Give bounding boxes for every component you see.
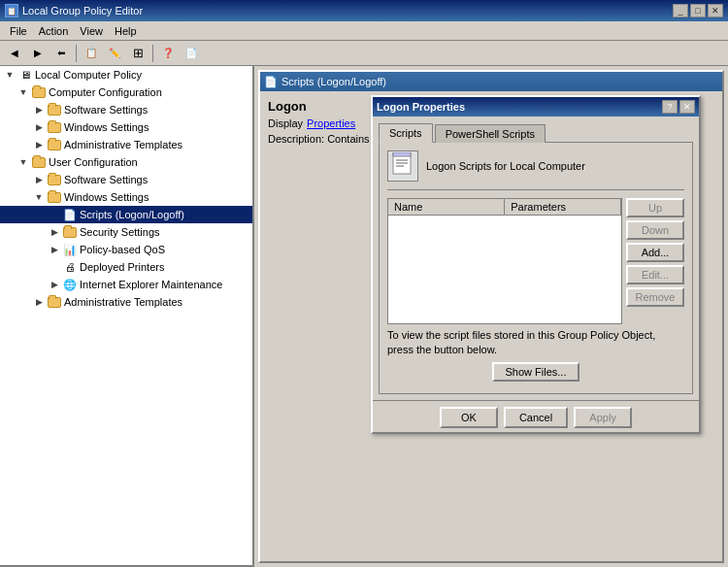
root-expander[interactable]: ▼: [2, 67, 17, 83]
tree-admin-templates-1[interactable]: ▶ Administrative Templates: [0, 136, 252, 153]
ok-button[interactable]: OK: [440, 407, 498, 428]
script-table: Name Parameters: [388, 199, 621, 216]
cancel-button[interactable]: Cancel: [504, 407, 568, 428]
logon-scripts-icon: [387, 150, 418, 182]
tab-content: Logon Scripts for Local Computer Name: [379, 142, 693, 394]
forward-button[interactable]: ▶: [27, 44, 49, 63]
tree-software-settings-1[interactable]: ▶ Software Settings: [0, 101, 252, 118]
qos-expander[interactable]: ▶: [47, 242, 62, 257]
dialog-footer: OK Cancel Apply: [373, 400, 699, 432]
printers-icon: 🖨: [62, 259, 78, 275]
tree-scripts-logon[interactable]: 📄 Scripts (Logon/Logoff): [0, 206, 252, 223]
tree-printers-label: Deployed Printers: [80, 261, 164, 273]
close-button[interactable]: ✕: [708, 4, 723, 17]
tree-software-settings-2[interactable]: ▶ Software Settings: [0, 171, 252, 188]
tree-windows-settings-1[interactable]: ▶ Windows Settings: [0, 118, 252, 136]
folder-icon-at2: [47, 294, 62, 310]
new-button[interactable]: ⊞: [127, 44, 149, 63]
tree-policy-qos[interactable]: ▶ 📊 Policy-based QoS: [0, 241, 252, 258]
dialog-tabs: Scripts PowerShell Scripts: [379, 122, 693, 142]
tab-scripts[interactable]: Scripts: [379, 123, 433, 143]
display-label: Display: [268, 117, 303, 129]
tree-root[interactable]: ▼ 🖥 Local Computer Policy: [0, 66, 252, 83]
folder-icon-ws1: [47, 119, 62, 135]
ws2-expander[interactable]: ▼: [31, 189, 47, 205]
tree-ie-label: Internet Explorer Maintenance: [80, 279, 222, 290]
tab-header: Logon Scripts for Local Computer: [387, 150, 684, 190]
at2-expander[interactable]: ▶: [31, 294, 47, 310]
dialog-title: Logon Properties: [377, 101, 465, 113]
tree-security-settings[interactable]: ▶ Security Settings: [0, 223, 252, 241]
tree-windows-settings-2-label: Windows Settings: [64, 191, 149, 203]
apply-button[interactable]: Apply: [574, 407, 632, 428]
folder-icon-ss1: [47, 102, 62, 117]
tree-windows-settings-2[interactable]: ▼ Windows Settings: [0, 188, 252, 206]
security-icon: [62, 224, 78, 240]
logon-scripts-label: Logon Scripts for Local Computer: [426, 160, 585, 172]
add-button[interactable]: Add...: [626, 243, 684, 262]
ss2-expander[interactable]: ▶: [31, 172, 47, 187]
back-button[interactable]: ◀: [4, 44, 25, 63]
script-table-wrapper: Name Parameters Up: [387, 198, 684, 324]
logon-properties-dialog: Logon Properties ? ✕ Scripts PowerShell …: [371, 95, 701, 434]
script-icon: 📄: [62, 207, 78, 222]
menu-file[interactable]: File: [4, 23, 33, 39]
main-content: ▼ 🖥 Local Computer Policy ▼ Computer Con…: [0, 66, 728, 567]
tree-panel[interactable]: ▼ 🖥 Local Computer Policy ▼ Computer Con…: [0, 66, 254, 567]
tree-windows-settings-1-label: Windows Settings: [64, 121, 149, 133]
ie-expander[interactable]: ▶: [47, 277, 62, 292]
folder-icon-ws2: [47, 189, 62, 205]
tree-root-label: Local Computer Policy: [35, 69, 142, 81]
menu-action[interactable]: Action: [33, 23, 75, 39]
tree-admin-templates-2[interactable]: ▶ Administrative Templates: [0, 293, 252, 311]
col-parameters: Parameters: [505, 199, 621, 216]
computer-icon: 🖥: [17, 67, 33, 83]
properties-button[interactable]: ✏️: [104, 44, 125, 63]
dialog-close-button[interactable]: ✕: [679, 100, 695, 114]
up-button[interactable]: Up: [626, 198, 684, 217]
down-button[interactable]: Down: [626, 220, 684, 240]
maximize-button[interactable]: □: [690, 4, 706, 17]
svg-rect-1: [393, 152, 411, 156]
ss1-expander[interactable]: ▶: [31, 102, 47, 117]
minimize-button[interactable]: _: [673, 4, 688, 17]
ws1-expander[interactable]: ▶: [31, 119, 47, 135]
dialog-title-buttons: ? ✕: [662, 100, 695, 114]
tree-user-config[interactable]: ▼ User Configuration: [0, 153, 252, 171]
tree-admin-templates-2-label: Administrative Templates: [64, 296, 182, 308]
title-bar: 📋 Local Group Policy Editor _ □ ✕: [0, 0, 728, 21]
dialog-description: To view the script files stored in this …: [387, 328, 684, 358]
tree-computer-config[interactable]: ▼ Computer Configuration: [0, 83, 252, 101]
tree-ie-maintenance[interactable]: ▶ 🌐 Internet Explorer Maintenance: [0, 276, 252, 293]
menu-help[interactable]: Help: [109, 23, 143, 39]
help-button[interactable]: ❓: [157, 44, 179, 63]
tree-user-config-label: User Configuration: [49, 156, 138, 168]
dialog-content: Scripts PowerShell Scripts: [373, 117, 699, 400]
scripts-window-title: Scripts (Logon/Logoff): [281, 76, 386, 87]
toolbar-separator-1: [76, 45, 77, 62]
export-button[interactable]: 📄: [181, 44, 202, 63]
properties-link[interactable]: Properties: [307, 117, 355, 129]
folder-icon-ss2: [47, 172, 62, 187]
at1-expander[interactable]: ▶: [31, 137, 47, 152]
user-config-expander[interactable]: ▼: [16, 154, 31, 170]
dialog-help-button[interactable]: ?: [662, 100, 678, 114]
folder-icon-user: [31, 154, 47, 170]
window-controls: _ □ ✕: [673, 4, 723, 17]
remove-button[interactable]: Remove: [626, 287, 684, 307]
show-hide-button[interactable]: 📋: [81, 44, 102, 63]
up-button[interactable]: ⬆: [51, 43, 71, 64]
tab-powershell[interactable]: PowerShell Scripts: [435, 124, 546, 143]
window-title: Local Group Policy Editor: [22, 5, 143, 17]
show-files-button[interactable]: Show Files...: [492, 362, 580, 382]
menu-view[interactable]: View: [74, 23, 109, 39]
menu-bar: File Action View Help: [0, 21, 728, 41]
computer-config-expander[interactable]: ▼: [16, 84, 31, 100]
tree-qos-label: Policy-based QoS: [80, 244, 165, 255]
edit-button[interactable]: Edit...: [626, 265, 684, 284]
table-buttons: Up Down Add... Edit... Remove: [626, 198, 684, 324]
scripts-expander: [47, 207, 62, 222]
folder-icon-computer: [31, 84, 47, 100]
tree-deployed-printers[interactable]: 🖨 Deployed Printers: [0, 258, 252, 276]
sec-expander[interactable]: ▶: [47, 224, 62, 240]
